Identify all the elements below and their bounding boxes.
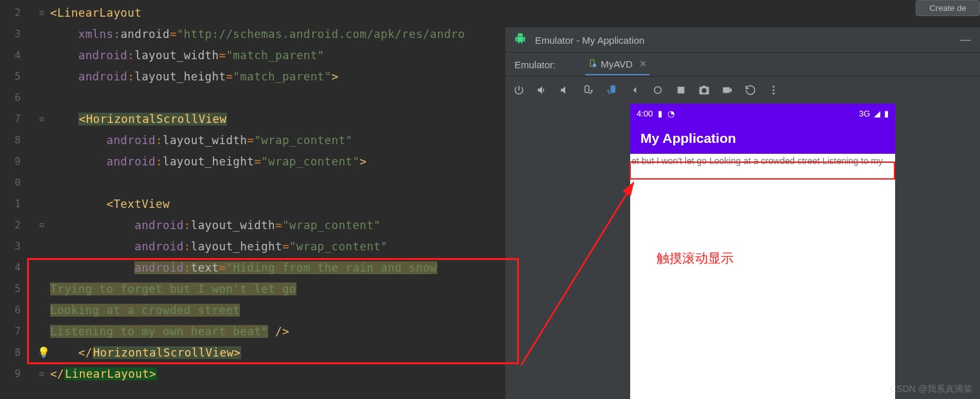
emulator-label: Emulator: [514,59,556,70]
sim-icon: ▮ [658,109,662,118]
annotation-label: 触摸滚动显示 [657,250,734,267]
rotate-right-icon[interactable] [606,84,617,96]
restore-snapshot-icon[interactable] [745,84,756,96]
svg-point-6 [773,86,775,88]
battery-icon: ▮ [884,109,889,118]
overview-icon[interactable] [675,84,687,96]
emulator-tab-row: Emulator: MyAVD ✕ [505,53,980,76]
status-bar: 4:00 ▮ ◔ 3G ◢ ▮ [630,104,895,123]
emulator-toolbar [505,77,980,104]
minimize-button[interactable]: — [960,33,971,46]
emulator-tab-label: MyAVD [601,59,633,70]
intention-bulb-icon[interactable]: 💡 [37,346,50,358]
close-tab-icon[interactable]: ✕ [639,59,647,69]
svg-point-8 [773,93,775,95]
emulator-title: Emulator - My Application [535,35,644,46]
svg-rect-2 [585,86,589,93]
home-icon[interactable] [652,84,664,96]
back-icon[interactable] [629,84,640,96]
svg-point-4 [655,87,662,94]
emulator-tool-window: Emulator - My Application — Emulator: My… [505,27,980,399]
more-icon[interactable] [768,84,779,96]
device-icon [588,59,597,70]
code-content[interactable]: <LinearLayout xmlns:android="http://sche… [50,3,465,385]
line-gutter: 234 567 890 123 456 789 [0,0,26,399]
watermark: CSDN @我系真滴菜 [890,384,972,395]
app-title: My Application [640,131,736,146]
rotate-left-icon[interactable] [583,84,594,96]
horizontal-scroll-text[interactable]: et but I won't let go Looking at a crowd… [630,154,895,168]
fold-column[interactable]: ⊟ ⊟ ⊟ ⊟⊟ [35,0,48,399]
android-icon [514,33,526,48]
code-editor[interactable]: 234 567 890 123 456 789 ⊟ ⊟ ⊟ ⊟⊟ 💡 <Line… [0,0,507,399]
svg-rect-3 [611,86,615,93]
network-label: 3G [859,109,870,118]
app-bar: My Application [630,123,895,154]
volume-down-icon[interactable] [559,84,571,96]
emulator-tab[interactable]: MyAVD ✕ [585,53,649,75]
power-icon[interactable] [513,84,525,96]
svg-point-7 [773,89,775,91]
volume-up-icon[interactable] [536,84,548,96]
signal-icon: ◢ [874,109,880,118]
screenshot-icon[interactable] [698,84,710,96]
status-clock: 4:00 [637,109,653,118]
debug-icon: ◔ [667,109,675,118]
create-device-button[interactable]: Create de [916,0,980,16]
record-icon[interactable] [721,84,733,96]
svg-rect-5 [678,87,685,94]
emulator-titlebar: Emulator - My Application — [505,28,980,52]
